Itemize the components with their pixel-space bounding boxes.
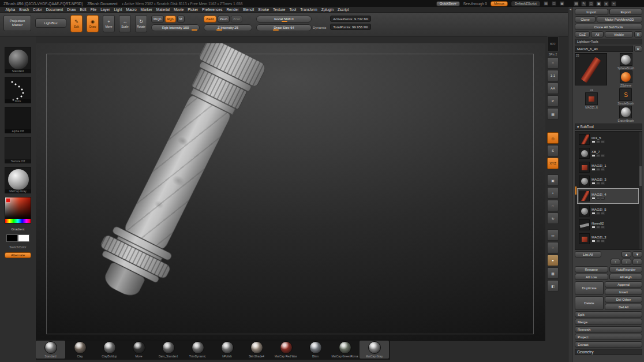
gradient-toggle[interactable]: Gradient — [11, 227, 24, 231]
clone-all-subtools-button[interactable]: Clone All SubTools — [575, 24, 642, 30]
shader-icon[interactable] — [601, 240, 605, 242]
menu-icon[interactable]: ≡ — [604, 1, 609, 6]
subtool-thumbnail[interactable] — [579, 162, 590, 173]
default-zscript-button[interactable]: DefaultZScript — [511, 1, 540, 6]
eraser-brush-tool[interactable] — [619, 106, 632, 118]
move-mode-button[interactable]: + Move — [103, 15, 115, 32]
menu-item-zscript[interactable]: Zscript — [336, 7, 351, 13]
subtool-scrollbar[interactable] — [639, 132, 642, 249]
extract-section[interactable]: Extract — [575, 341, 642, 348]
info-icon[interactable]: ◉ — [560, 1, 564, 6]
local-symmetry-button[interactable]: S — [547, 145, 559, 156]
silhouette-button[interactable]: ◧ — [547, 280, 559, 292]
stroke-selector[interactable]: Dots — [5, 77, 31, 103]
tray-item[interactable]: MatCap GreenRoma — [330, 341, 360, 359]
simple-brush-tool[interactable]: S — [619, 88, 632, 101]
draw-mode-button[interactable]: ◉ Draw — [87, 15, 99, 32]
tool-r-button[interactable]: R — [634, 46, 642, 52]
hue-strip[interactable] — [5, 219, 31, 223]
goz-button[interactable]: GoZ — [575, 31, 590, 38]
aa-half-button[interactable]: AA — [547, 83, 559, 94]
list-all-button[interactable]: List All — [575, 251, 601, 257]
tray-item[interactable]: MatCap Gray — [360, 341, 389, 359]
subtool-thumbnail[interactable] — [579, 148, 590, 159]
current-color-swatch[interactable] — [6, 198, 10, 203]
menu-item-document[interactable]: Document — [44, 7, 65, 13]
menu-item-brush[interactable]: Brush — [17, 7, 31, 13]
tray-item[interactable]: Standard — [36, 341, 65, 359]
project-section[interactable]: Project — [575, 334, 642, 340]
tray-divider[interactable]: ◂ — [568, 7, 572, 362]
brush-selector[interactable]: Standard — [5, 47, 31, 73]
doc-icon[interactable]: □ — [589, 1, 594, 6]
tray-item[interactable]: MatCap Red Wax — [271, 341, 301, 359]
delete-button[interactable]: Delete — [575, 296, 604, 310]
sculpt-canvas[interactable] — [36, 43, 545, 341]
shader-icon[interactable] — [601, 197, 605, 200]
rgb-intensity-slider[interactable]: Rgb Intensity 100 — [151, 24, 200, 31]
subtool-thumbnail[interactable] — [579, 134, 590, 145]
tray-item[interactable]: hPolish — [212, 341, 242, 359]
goz-r-button[interactable]: R — [634, 31, 642, 38]
floor-grid-button[interactable]: ▦ — [547, 108, 559, 120]
menu-item-marker[interactable]: Marker — [138, 7, 154, 13]
remesh-section[interactable]: Remesh — [575, 326, 642, 333]
visibility-eye-icon[interactable] — [591, 212, 596, 215]
subtool-thumbnail[interactable] — [579, 206, 590, 217]
mrgb-button[interactable]: Mrgb — [151, 16, 164, 23]
rgb-button[interactable]: Rgb — [165, 16, 176, 23]
quicksave-button[interactable]: QuickSave — [436, 1, 460, 6]
subtool-row[interactable]: fibers02 — [577, 218, 639, 232]
polypaint-icon[interactable] — [596, 226, 600, 229]
subtool-row-selected[interactable]: MAOZI_4 — [577, 188, 639, 204]
sphere-brush-tool[interactable] — [620, 53, 632, 66]
polypaint-icon[interactable] — [596, 212, 600, 215]
all-low-button[interactable]: All Low — [575, 274, 608, 280]
color-picker[interactable] — [5, 197, 31, 223]
menu-item-stencil[interactable]: Stencil — [241, 7, 256, 13]
alpha-selector[interactable]: Alpha Off — [5, 107, 31, 133]
layout-icon[interactable]: ▤ — [574, 1, 579, 6]
insert-button[interactable]: Insert — [605, 289, 642, 295]
menu-item-alpha[interactable]: Alpha — [3, 7, 17, 13]
autoreorder-button[interactable]: AutoReorder — [609, 266, 643, 273]
scale-3d-button[interactable]: ↔ — [547, 200, 559, 211]
subtool-thumbnail[interactable] — [579, 176, 590, 186]
zcut-button[interactable]: Zcut — [231, 16, 242, 23]
tray-item[interactable]: Blinn — [301, 341, 330, 359]
close-icon[interactable]: × — [611, 1, 616, 6]
swap-button[interactable]: ↕ — [632, 259, 642, 265]
maozi-tool-thumbnail[interactable] — [585, 92, 598, 105]
goz-visible-button[interactable]: Visible — [605, 31, 633, 38]
scroll-button[interactable]: ○ — [547, 57, 559, 69]
polyframe-button[interactable]: ▩ — [547, 267, 559, 279]
zsub-button[interactable]: Zsub — [218, 16, 230, 23]
menu-item-layer[interactable]: Layer — [99, 7, 112, 13]
visibility-eye-icon[interactable] — [591, 154, 596, 157]
tray-item[interactable]: Clay — [65, 341, 95, 359]
doc-icon[interactable]: □ — [552, 1, 556, 6]
pen-icon[interactable]: ✎ — [581, 1, 586, 6]
rename-button[interactable]: Rename — [575, 266, 608, 273]
actual-size-button[interactable]: 1:1 — [547, 70, 559, 81]
subtool-row[interactable]: MAOZI_3 — [577, 232, 639, 245]
export-button[interactable]: Export — [609, 9, 643, 15]
make-polymesh3d-button[interactable]: Make PolyMesh3D — [597, 16, 642, 23]
move-down-button[interactable]: ↓ — [621, 259, 631, 265]
visibility-eye-icon[interactable] — [591, 182, 596, 185]
dynamic-toggle[interactable]: Dynamic — [313, 26, 326, 29]
menu-item-tool[interactable]: Tool — [287, 7, 298, 13]
append-button[interactable]: Append — [605, 281, 642, 288]
rotate-3d-button[interactable]: ↻ — [547, 212, 559, 224]
z-intensity-slider[interactable]: Z Intensity 25 — [204, 24, 252, 31]
menu-item-file[interactable]: File — [88, 7, 98, 13]
clone-button[interactable]: Clone — [575, 16, 596, 23]
subtool-row[interactable]: MAOZI_5 — [577, 204, 639, 218]
move-up-button[interactable]: ↑ — [611, 259, 620, 265]
ghost-button[interactable]: ◌ — [547, 242, 559, 253]
zsphere-tool[interactable] — [620, 70, 632, 83]
polypaint-icon[interactable] — [596, 182, 600, 185]
scale-mode-button[interactable]: ↔ Scale — [119, 15, 131, 32]
menu-item-picker[interactable]: Picker — [186, 7, 200, 13]
see-through-slider[interactable]: See-through 0 — [463, 2, 487, 6]
